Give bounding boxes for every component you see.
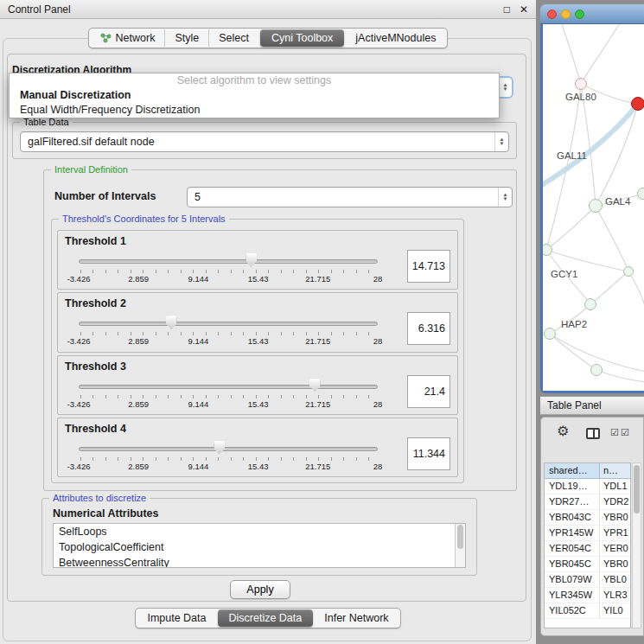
threshold-value-field[interactable]: 6.316: [407, 312, 450, 345]
threshold-slider[interactable]: -3.426 2.859 9.144 15.43 21.715 28: [79, 377, 378, 412]
table-row[interactable]: YBR043C YBR0: [545, 510, 630, 526]
cell-shared-name[interactable]: YER054C: [545, 541, 600, 556]
slider-thumb[interactable]: [214, 441, 225, 455]
threshold-label: Threshold 2: [65, 297, 126, 309]
attributes-scrollbar[interactable]: [455, 524, 465, 567]
table-row[interactable]: YPR145W YPR1: [545, 526, 630, 541]
slider-thumb[interactable]: [245, 253, 257, 267]
cell-shared-name[interactable]: YBL079W: [545, 572, 600, 587]
network-node[interactable]: [637, 188, 644, 200]
threshold-slider[interactable]: -3.426 2.859 9.144 15.43 21.715 28: [79, 252, 378, 287]
table-scrollbar[interactable]: [632, 462, 641, 628]
cell-name[interactable]: YER0: [600, 541, 630, 556]
network-node[interactable]: [631, 97, 644, 111]
float-window-icon[interactable]: □: [504, 4, 510, 15]
attribute-list-item[interactable]: BetweennessCentrality: [54, 555, 465, 568]
cell-shared-name[interactable]: YLR345W: [545, 588, 600, 603]
combo-stepper-icon[interactable]: ▲▼: [498, 188, 512, 207]
thresholds-group-title: Threshold's Coordinates for 5 Intervals: [59, 213, 229, 225]
slider-scale: -3.426 2.859 9.144 15.43 21.715 28: [79, 399, 378, 410]
cell-name[interactable]: YBR0: [600, 557, 630, 571]
dropdown-placeholder-item[interactable]: Select algorithm to view settings: [10, 73, 499, 88]
apply-button[interactable]: Apply: [230, 580, 290, 599]
close-window-icon[interactable]: ✕: [520, 4, 528, 15]
cell-name[interactable]: YPR1: [600, 526, 630, 540]
slider-thumb[interactable]: [309, 379, 321, 392]
tab-impute-data[interactable]: Impute Data: [137, 609, 215, 627]
cell-shared-name[interactable]: YPR145W: [545, 526, 600, 540]
network-canvas[interactable]: GAL80GAL11GAL4GCY1HAP2: [543, 24, 644, 391]
zoom-traffic-light-button[interactable]: [575, 10, 584, 19]
threshold-slider[interactable]: -3.426 2.859 9.144 15.43 21.715 28: [79, 314, 378, 349]
network-node[interactable]: [543, 244, 552, 256]
slider-ticks: [80, 457, 376, 461]
scale-label: 2.859: [128, 399, 149, 409]
tab-jactivemnodules[interactable]: jActiveMNodules: [346, 29, 445, 47]
attribute-list-item[interactable]: TopologicalCoefficient: [54, 539, 465, 555]
cell-name[interactable]: YBL0: [600, 572, 630, 587]
cell-name[interactable]: YLR3: [600, 588, 630, 603]
network-node[interactable]: [590, 364, 603, 376]
table-row[interactable]: YLR345W YLR3: [545, 588, 630, 603]
cell-name[interactable]: YIL0: [600, 603, 630, 618]
scrollbar-thumb[interactable]: [457, 525, 463, 549]
tab-label: Style: [175, 32, 199, 44]
slider-scale: -3.426 2.859 9.144 15.43 21.715 28: [79, 274, 378, 284]
cell-shared-name[interactable]: YBR043C: [545, 510, 600, 525]
threshold-value-field[interactable]: 11.344: [407, 437, 450, 470]
minimize-traffic-light-button[interactable]: [561, 10, 571, 19]
network-node[interactable]: [623, 266, 634, 277]
combo-stepper-icon[interactable]: ▲▼: [498, 78, 512, 97]
table-row[interactable]: YIL052C YIL0: [545, 603, 630, 619]
threshold-slider[interactable]: -3.426 2.859 9.144 15.43 21.715 28: [79, 439, 378, 475]
tab-select[interactable]: Select: [208, 29, 258, 47]
cell-shared-name[interactable]: YDL19…: [545, 479, 600, 494]
tab-label: Select: [219, 32, 249, 44]
attribute-list-item[interactable]: SelfLoops: [54, 524, 465, 539]
table-panel-header: Table Panel: [540, 396, 644, 415]
tab-infer-network[interactable]: Infer Network: [315, 609, 398, 627]
scrollbar-thumb[interactable]: [634, 465, 640, 513]
table-panel-title: Table Panel: [547, 399, 602, 411]
combo-stepper-icon[interactable]: ▲▼: [494, 132, 508, 151]
attributes-list[interactable]: SelfLoops TopologicalCoefficient Between…: [53, 523, 466, 568]
bottom-tab-strip: Impute Data Discretize Data Infer Networ…: [135, 608, 400, 628]
tab-network[interactable]: Network: [91, 29, 165, 47]
select-columns-check-icon[interactable]: ☑☑: [610, 427, 631, 438]
table-row[interactable]: YBR045C YBR0: [545, 557, 630, 572]
table-row[interactable]: YDL19… YDL1: [545, 479, 630, 494]
cell-name[interactable]: YDR2: [600, 494, 630, 509]
number-of-intervals-combobox[interactable]: 5 ▲▼: [187, 187, 513, 207]
cell-name[interactable]: YDL1: [600, 479, 630, 494]
cell-shared-name[interactable]: YDR27…: [545, 494, 600, 509]
tab-label: jActiveMNodules: [355, 32, 436, 44]
table-row[interactable]: YDR27… YDR2: [545, 494, 630, 510]
threshold-label: Threshold 3: [65, 360, 126, 373]
table-data-combobox[interactable]: galFiltered.sif default node ▲▼: [20, 131, 509, 152]
tab-style[interactable]: Style: [164, 29, 208, 47]
tab-discretize-data[interactable]: Discretize Data: [218, 609, 314, 627]
tab-cyni-toolbox[interactable]: Cyni Toolbox: [260, 29, 344, 47]
close-traffic-light-button[interactable]: [547, 10, 557, 19]
table-row[interactable]: YBL079W YBL0: [545, 572, 630, 588]
scale-label: 21.715: [305, 462, 330, 471]
slider-thumb[interactable]: [166, 316, 177, 329]
network-node[interactable]: [589, 199, 603, 213]
tab-label: Network: [116, 32, 156, 44]
threshold-value-field[interactable]: 14.713: [407, 250, 450, 283]
table-row[interactable]: YER054C YER0: [545, 541, 630, 557]
network-node[interactable]: [575, 78, 587, 90]
column-header-shared-name[interactable]: shared…: [545, 463, 600, 478]
network-node[interactable]: [544, 328, 556, 340]
column-header-name[interactable]: n…: [600, 463, 630, 478]
gear-icon[interactable]: ⚙: [557, 424, 569, 438]
cell-shared-name[interactable]: YBR045C: [545, 557, 600, 571]
dropdown-option-manual[interactable]: Manual Discretization: [10, 88, 499, 103]
cell-name[interactable]: YBR0: [600, 510, 630, 525]
dropdown-option-equal-width[interactable]: Equal Width/Frequency Discretization: [10, 103, 499, 118]
threshold-value-field[interactable]: 21.4: [407, 375, 450, 408]
network-node[interactable]: [584, 298, 596, 310]
columns-icon[interactable]: [586, 428, 600, 439]
cell-shared-name[interactable]: YIL052C: [545, 603, 600, 618]
number-of-intervals-value: 5: [194, 191, 201, 203]
